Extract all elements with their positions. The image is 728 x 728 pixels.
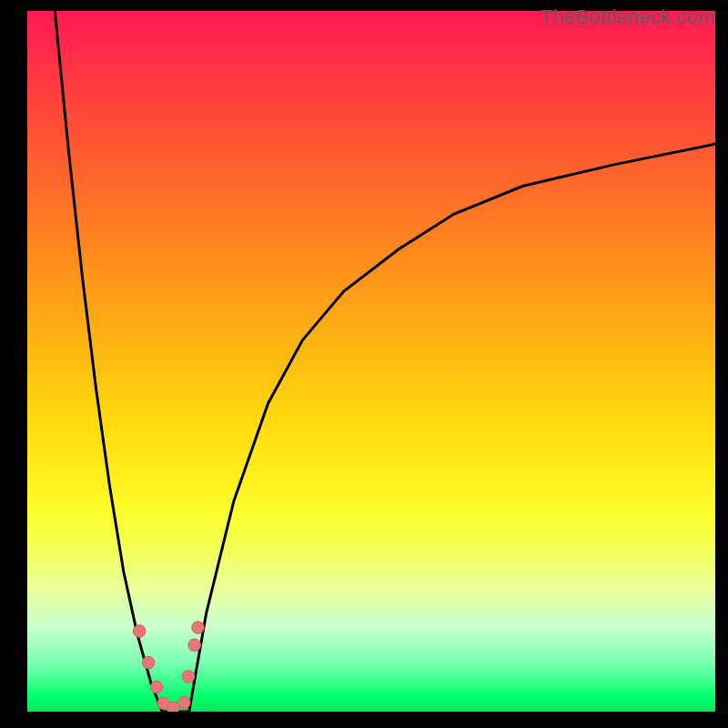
bottleneck-marker: [150, 681, 163, 693]
bottleneck-markers: [133, 622, 204, 712]
bottleneck-marker: [167, 702, 180, 712]
bottleneck-marker: [188, 639, 201, 652]
watermark-text: TheBottleneck.com: [541, 5, 715, 29]
bottleneck-marker: [178, 696, 191, 709]
bottleneck-marker: [142, 656, 155, 669]
right-branch-curve: [189, 144, 715, 712]
bottleneck-marker: [133, 625, 146, 638]
curve-layer: [27, 11, 715, 712]
chart-frame: TheBottleneck.com: [0, 0, 728, 728]
bottleneck-marker: [182, 671, 195, 683]
plot-background: [27, 11, 715, 712]
left-branch-curve: [55, 11, 162, 712]
bottleneck-marker: [192, 622, 205, 634]
